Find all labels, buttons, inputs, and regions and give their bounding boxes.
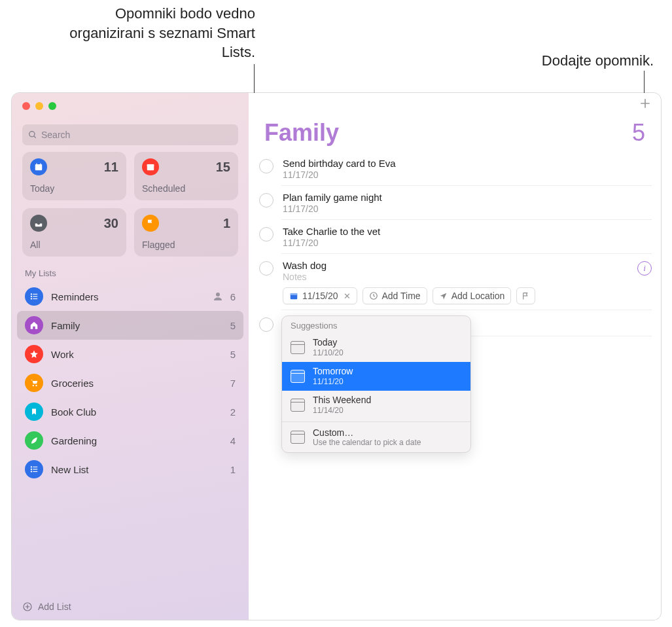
- smart-list-all[interactable]: 30 All: [22, 208, 126, 257]
- suggestions-header: Suggestions: [282, 316, 470, 333]
- svg-point-15: [35, 385, 37, 386]
- svg-rect-20: [33, 469, 37, 469]
- add-list-button[interactable]: Add List: [12, 594, 249, 620]
- suggestion-custom[interactable]: Custom… Use the calendar to pick a date: [282, 423, 470, 452]
- add-time-chip[interactable]: Add Time: [363, 287, 427, 304]
- star-icon: [25, 345, 43, 363]
- flagged-label: Flagged: [142, 240, 230, 250]
- complete-toggle[interactable]: [259, 227, 274, 242]
- svg-rect-21: [33, 471, 37, 472]
- list-count: 1: [230, 464, 236, 475]
- list-name: Book Club: [51, 406, 230, 418]
- add-list-label: Add List: [38, 601, 71, 612]
- calendar-icon: [291, 370, 305, 383]
- app-window: Search 11 Today 15 Schedul: [12, 93, 661, 620]
- flag-chip[interactable]: [516, 287, 535, 304]
- suggestion-title: Custom…: [313, 427, 421, 439]
- svg-point-8: [31, 296, 32, 297]
- list-name: Family: [51, 320, 230, 331]
- complete-toggle[interactable]: [259, 159, 274, 173]
- svg-point-9: [31, 298, 32, 299]
- add-reminder-button[interactable]: [639, 97, 652, 110]
- add-location-chip[interactable]: Add Location: [433, 287, 512, 304]
- svg-rect-6: [147, 164, 154, 166]
- smart-list-scheduled[interactable]: 15 Scheduled: [134, 152, 238, 200]
- plus-circle-icon: [22, 601, 33, 612]
- sidebar-item-family[interactable]: Family 5: [17, 311, 243, 340]
- reminder-row[interactable]: Send birthday card to Eva 11/17/20: [249, 152, 661, 186]
- sidebar-item-groceries[interactable]: Groceries 7: [17, 368, 243, 397]
- reminder-title: Send birthday card to Eva: [283, 158, 652, 169]
- svg-line-1: [34, 136, 36, 138]
- suggestion-tomorrow[interactable]: Tomorrow 11/11/20: [282, 362, 470, 391]
- reminder-date: 11/17/20: [283, 170, 652, 180]
- sidebar: Search 11 Today 15 Schedul: [12, 93, 249, 620]
- list-bullet-icon: [25, 287, 43, 306]
- svg-rect-28: [291, 293, 298, 295]
- main-pane: Family 5 Send birthday card to Eva 11/17…: [249, 93, 661, 620]
- sidebar-item-book-club[interactable]: Book Club 2: [17, 397, 243, 426]
- scheduled-count: 15: [216, 160, 230, 175]
- suggestion-today[interactable]: Today 11/10/20: [282, 333, 470, 362]
- reminder-title: Take Charlie to the vet: [283, 226, 652, 237]
- list-title: Family: [264, 119, 339, 147]
- reminders-list: Send birthday card to Eva 11/17/20 Plan …: [249, 152, 661, 336]
- calendar-icon: [291, 399, 305, 412]
- svg-rect-10: [33, 294, 37, 295]
- cart-icon: [25, 374, 43, 392]
- leaf-icon: [25, 431, 43, 450]
- search-input[interactable]: Search: [22, 124, 238, 145]
- suggestion-this-weekend[interactable]: This Weekend 11/14/20: [282, 391, 470, 420]
- list-total: 5: [632, 119, 645, 147]
- list-count: 6: [230, 291, 236, 302]
- complete-toggle[interactable]: [259, 261, 274, 276]
- divider: [282, 421, 470, 422]
- complete-toggle[interactable]: [259, 317, 274, 332]
- zoom-window-button[interactable]: [48, 102, 56, 110]
- plus-icon: [639, 97, 652, 110]
- reminder-row[interactable]: Take Charlie to the vet 11/17/20: [249, 220, 661, 254]
- reminder-notes-placeholder[interactable]: Notes: [283, 272, 637, 282]
- svg-point-16: [31, 466, 32, 467]
- reminder-row[interactable]: Plan family game night 11/17/20: [249, 186, 661, 220]
- callout-add-reminder: Dodajte opomnik.: [484, 51, 654, 71]
- calendar-icon: [142, 158, 159, 175]
- list-count: 7: [230, 378, 236, 389]
- clear-date-button[interactable]: ✕: [344, 291, 351, 301]
- complete-toggle[interactable]: [259, 193, 274, 207]
- list-name: Groceries: [51, 378, 230, 389]
- close-window-button[interactable]: [22, 102, 30, 110]
- list-name: Gardening: [51, 435, 230, 446]
- calendar-icon: [291, 431, 305, 444]
- flag-icon: [142, 215, 159, 232]
- minimize-window-button[interactable]: [35, 102, 43, 110]
- reminder-row-editing[interactable]: Wash dog Notes 11/15/20 ✕: [249, 254, 661, 310]
- reminder-date: 11/17/20: [283, 238, 652, 248]
- list-count: 5: [230, 349, 236, 360]
- flag-outline-icon: [522, 292, 530, 300]
- smart-list-today[interactable]: 11 Today: [22, 152, 126, 200]
- svg-point-18: [31, 471, 32, 472]
- window-controls: [12, 93, 249, 113]
- svg-rect-3: [37, 163, 37, 165]
- all-label: All: [30, 240, 118, 250]
- suggestion-sub: 11/10/20: [313, 348, 344, 357]
- suggestion-sub: Use the calendar to pick a date: [313, 438, 421, 447]
- info-button[interactable]: i: [637, 261, 652, 276]
- my-lists: Reminders 6 Family 5 Work 5: [12, 282, 249, 594]
- svg-rect-19: [33, 467, 37, 467]
- suggestion-title: Tomorrow: [313, 366, 353, 377]
- sidebar-item-new-list[interactable]: New List 1: [17, 455, 243, 484]
- calendar-icon: [289, 291, 298, 300]
- my-lists-header: My Lists: [12, 257, 249, 282]
- flagged-count: 1: [223, 216, 230, 231]
- svg-point-17: [31, 469, 32, 470]
- sidebar-item-gardening[interactable]: Gardening 4: [17, 426, 243, 455]
- date-chip[interactable]: 11/15/20 ✕: [283, 287, 357, 304]
- quick-edit-chips: 11/15/20 ✕ Add Time: [283, 287, 637, 304]
- list-name: New List: [51, 464, 230, 475]
- list-header: Family 5: [249, 93, 661, 152]
- sidebar-item-reminders[interactable]: Reminders 6: [17, 282, 243, 311]
- smart-list-flagged[interactable]: 1 Flagged: [134, 208, 238, 257]
- sidebar-item-work[interactable]: Work 5: [17, 340, 243, 368]
